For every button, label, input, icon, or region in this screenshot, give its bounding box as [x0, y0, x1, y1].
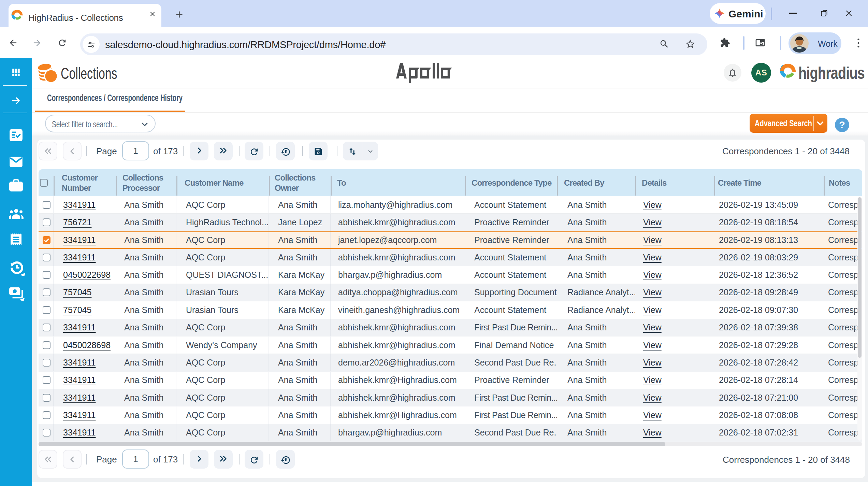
svg-text:?: ? [839, 119, 845, 130]
